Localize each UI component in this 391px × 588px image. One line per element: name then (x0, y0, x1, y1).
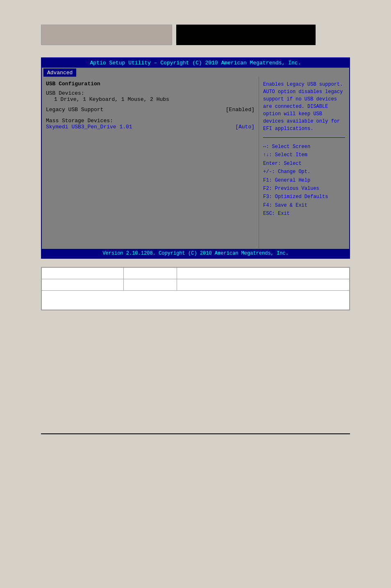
bios-footer-text: Version 2.10.1208. Copyright (C) 2010 Am… (102, 251, 289, 256)
shortcut-select-item: ↑↓: Select Item (263, 151, 345, 159)
bottom-line (41, 433, 350, 434)
bios-nav: Advanced (42, 68, 349, 77)
table-row (42, 268, 350, 279)
devices-value: 1 Drive, 1 Keyboard, 1 Mouse, 2 Hubs (46, 96, 255, 103)
mass-storage-item-name: Skymedi USB3_Pen_Drive 1.01 (46, 124, 132, 130)
shortcut-f3: F3: Optimized Defaults (263, 193, 345, 201)
info-table-note (41, 291, 350, 310)
shortcut-change-opt: +/-: Change Opt. (263, 168, 345, 176)
header-right-box (176, 25, 316, 45)
bios-footer: Version 2.10.1208. Copyright (C) 2010 Am… (42, 249, 349, 258)
bios-left-panel: USB Configuration USB Devices: 1 Drive, … (42, 77, 259, 249)
header-left-box (41, 25, 172, 45)
legacy-usb-value: [Enabled] (226, 107, 255, 113)
tab-advanced[interactable]: Advanced (43, 68, 76, 77)
shortcut-f4: F4: Save & Exit (263, 201, 345, 210)
legacy-usb-label: Legacy USB Support (46, 107, 103, 113)
bios-shortcuts: ↔: Select Screen ↑↓: Select Item Enter: … (263, 143, 345, 218)
table-cell-1-2 (124, 268, 177, 279)
info-table-container (41, 267, 350, 310)
bios-body: USB Configuration USB Devices: 1 Drive, … (42, 77, 349, 249)
shortcut-f1: F1: General Help (263, 176, 345, 185)
bios-container: Aptio Setup Utility – Copyright (C) 2010… (41, 57, 350, 259)
shortcut-enter: Enter: Select (263, 160, 345, 168)
table-cell-2-3 (177, 279, 350, 291)
section-title: USB Configuration (46, 81, 255, 87)
mass-storage-section: Mass Storage Devices: Skymedi USB3_Pen_D… (46, 118, 255, 130)
mass-storage-label: Mass Storage Devices: (46, 118, 255, 124)
shortcut-f2: F2: Previous Values (263, 185, 345, 193)
legacy-usb-row[interactable]: Legacy USB Support [Enabled] (46, 107, 255, 113)
mass-storage-item-value: [Auto] (235, 124, 255, 130)
table-cell-1-1 (42, 268, 124, 279)
bios-divider (263, 137, 345, 138)
info-table (41, 267, 350, 291)
bios-help-text: Enables Legacy USB support. AUTO option … (263, 81, 345, 132)
bios-title-bar: Aptio Setup Utility – Copyright (C) 2010… (42, 58, 349, 68)
devices-label: USB Devices: (46, 90, 255, 96)
bios-title: Aptio Setup Utility – Copyright (C) 2010… (90, 60, 301, 66)
shortcut-select-screen: ↔: Select Screen (263, 143, 345, 151)
top-header (0, 0, 391, 53)
table-row (42, 279, 350, 291)
table-cell-2-1 (42, 279, 124, 291)
mass-storage-item-row[interactable]: Skymedi USB3_Pen_Drive 1.01 [Auto] (46, 124, 255, 130)
bios-right-panel: Enables Legacy USB support. AUTO option … (259, 77, 349, 249)
table-cell-1-3 (177, 268, 350, 279)
table-cell-2-2 (124, 279, 177, 291)
shortcut-esc: ESC: Exit (263, 210, 345, 218)
